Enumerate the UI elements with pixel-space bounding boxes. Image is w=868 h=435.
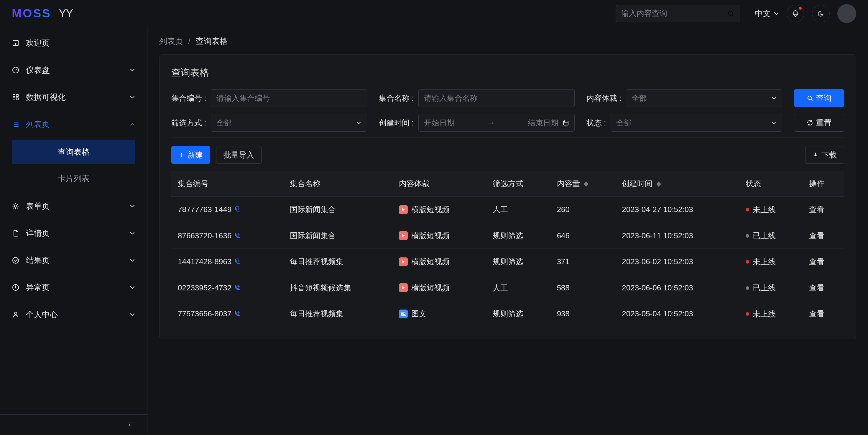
download-icon <box>813 152 818 158</box>
filter-created-range[interactable]: 开始日期 → 结束日期 <box>418 114 575 132</box>
sidebar-item[interactable]: 表单页 <box>0 193 147 220</box>
table-header-label: 操作 <box>809 179 824 188</box>
theme-toggle[interactable] <box>812 5 830 22</box>
download-button[interactable]: 下载 <box>805 146 844 164</box>
bell-icon <box>792 10 799 18</box>
table-header-cell: 集合编号 <box>171 171 283 197</box>
check-icon <box>12 257 20 264</box>
copy-button[interactable] <box>235 283 241 292</box>
query-button-label: 查询 <box>816 93 832 103</box>
cell-type: 横版短视频 <box>399 283 450 293</box>
svg-rect-37 <box>237 234 240 237</box>
chevron-down-icon <box>771 120 777 126</box>
filter-mode-value: 全部 <box>216 118 232 128</box>
app-sublogo: YY <box>59 7 73 20</box>
status-badge: 已上线 <box>746 231 776 241</box>
cell-id: 87663720-1636 <box>178 231 231 240</box>
sidebar-item-label: 列表页 <box>26 119 50 130</box>
language-select[interactable]: 中文 <box>755 8 779 19</box>
svg-point-49 <box>402 313 403 314</box>
view-action[interactable]: 查看 <box>809 205 824 214</box>
filter-setid-input[interactable] <box>211 89 367 107</box>
view-action[interactable]: 查看 <box>809 283 824 292</box>
table-header-label: 内容量 <box>557 179 580 188</box>
new-button[interactable]: 新建 <box>171 146 210 164</box>
sidebar-item[interactable]: 仪表盘 <box>0 57 147 83</box>
copy-button[interactable] <box>235 309 241 318</box>
cell-type-label: 图文 <box>411 309 427 319</box>
filter-contenttype-label: 内容体裁 : <box>586 93 621 103</box>
copy-button[interactable] <box>235 257 241 266</box>
cell-name: 抖音短视频候选集 <box>290 283 351 292</box>
table-row: 87663720-1636 国际新闻集合 横版短视频 规则筛选 646 2023… <box>171 223 844 249</box>
cell-id: 02233952-4732 <box>178 283 231 292</box>
view-action[interactable]: 查看 <box>809 231 824 240</box>
import-button-label: 批量导入 <box>223 150 254 160</box>
svg-rect-8 <box>16 95 18 97</box>
chevron-down-icon <box>129 67 135 73</box>
table-header-cell[interactable]: 内容量 <box>551 171 616 197</box>
chevron-down-icon <box>771 95 777 101</box>
cell-filter: 规则筛选 <box>493 309 523 318</box>
grid-icon <box>12 93 20 101</box>
svg-marker-39 <box>402 234 405 237</box>
sidebar-subitem[interactable]: 查询表格 <box>12 140 135 164</box>
search-button[interactable] <box>722 5 740 22</box>
sidebar-item-label: 详情页 <box>26 228 50 239</box>
cell-type-label: 横版短视频 <box>411 204 450 215</box>
sidebar-item[interactable]: 个人中心 <box>0 301 147 328</box>
sidebar-item[interactable]: 欢迎页 <box>0 29 147 57</box>
chevron-down-icon <box>129 94 135 100</box>
table-header-label: 筛选方式 <box>493 179 523 188</box>
svg-point-22 <box>14 312 17 314</box>
copy-button[interactable] <box>235 205 241 214</box>
table-row: 78777763-1449 国际新闻集合 横版短视频 人工 260 2023-0… <box>171 197 844 223</box>
query-button[interactable]: 查询 <box>794 89 844 107</box>
sidebar-item[interactable]: 异常页 <box>0 274 147 301</box>
reset-button[interactable]: 重置 <box>794 114 844 132</box>
search-input[interactable] <box>616 5 722 22</box>
chevron-down-icon <box>129 230 135 236</box>
video-icon <box>399 283 408 292</box>
table-header-label: 集合名称 <box>290 179 320 188</box>
sidebar-subitem[interactable]: 卡片列表 <box>12 166 135 191</box>
sidebar-item[interactable]: 列表页 <box>0 111 147 138</box>
sidebar-item-label: 结果页 <box>26 255 50 266</box>
plus-icon <box>179 152 185 158</box>
import-button[interactable]: 批量导入 <box>216 146 261 164</box>
svg-line-6 <box>16 69 17 70</box>
table-body: 78777763-1449 国际新闻集合 横版短视频 人工 260 2023-0… <box>171 197 844 327</box>
breadcrumb-root[interactable]: 列表页 <box>159 37 183 46</box>
chevron-down-icon <box>129 311 135 317</box>
view-action[interactable]: 查看 <box>809 309 824 318</box>
filter-mode-select[interactable]: 全部 <box>211 114 367 132</box>
data-table: 集合编号集合名称内容体裁筛选方式内容量创建时间状态操作 78777763-144… <box>171 171 844 327</box>
doc-icon <box>12 229 20 237</box>
copy-button[interactable] <box>235 231 241 240</box>
calendar-icon <box>563 120 569 126</box>
filter-status-select[interactable]: 全部 <box>611 114 782 132</box>
cell-created: 2023-04-27 10:52:03 <box>622 205 693 214</box>
video-icon <box>399 205 408 214</box>
notifications-button[interactable] <box>786 5 804 22</box>
status-label: 已上线 <box>753 231 776 241</box>
filter-contenttype-select[interactable]: 全部 <box>626 89 782 107</box>
main-content: 列表页 / 查询表格 查询表格 集合编号 : 集合名称 : <box>148 27 868 435</box>
avatar[interactable] <box>837 4 856 23</box>
sidebar-item-label: 异常页 <box>26 282 50 293</box>
table-header-cell[interactable]: 创建时间 <box>615 171 739 197</box>
range-arrow-icon: → <box>459 119 524 128</box>
filter-setname-input[interactable] <box>418 89 575 107</box>
svg-line-31 <box>811 99 812 100</box>
sidebar-collapse-button[interactable] <box>0 414 147 435</box>
sidebar-item[interactable]: 详情页 <box>0 220 147 247</box>
sort-icon <box>584 181 588 187</box>
sidebar-item[interactable]: 结果页 <box>0 247 147 274</box>
status-badge: 未上线 <box>746 309 776 319</box>
sidebar-item[interactable]: 数据可视化 <box>0 83 147 111</box>
status-label: 已上线 <box>753 283 776 293</box>
svg-rect-46 <box>237 312 240 315</box>
view-action[interactable]: 查看 <box>809 257 824 266</box>
video-icon <box>399 258 408 266</box>
cell-type: 图文 <box>399 309 427 319</box>
